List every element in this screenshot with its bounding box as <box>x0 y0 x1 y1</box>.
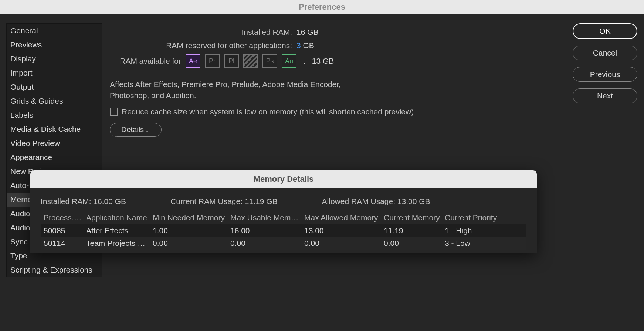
cell: 3 - Low <box>445 239 519 248</box>
window-titlebar: Preferences <box>0 0 644 14</box>
memory-details-dialog: Memory Details Installed RAM: 16.00 GB C… <box>30 170 537 253</box>
premiere-pro-icon: Pr <box>205 54 220 68</box>
next-button[interactable]: Next <box>573 88 637 103</box>
reserved-ram-label: RAM reserved for other applications: <box>110 41 296 50</box>
col-application-name[interactable]: Application Name <box>86 213 153 222</box>
previous-button[interactable]: Previous <box>573 67 637 82</box>
col-max-usable[interactable]: Max Usable Memory <box>230 213 304 222</box>
table-row[interactable]: 50085After Effects1.0016.0013.0011.191 -… <box>41 224 526 237</box>
col-process-id[interactable]: Process...↑ <box>44 213 86 222</box>
cell: 50114 <box>44 239 86 248</box>
stat-allowed-usage: Allowed RAM Usage: 13.00 GB <box>322 197 430 206</box>
sidebar-item-scripting-expressions[interactable]: Scripting & Expressions <box>7 263 102 277</box>
audition-icon: Au <box>282 54 296 68</box>
col-min-needed[interactable]: Min Needed Memory <box>153 213 230 222</box>
available-colon: : <box>303 57 305 66</box>
sidebar-item-import[interactable]: Import <box>7 66 102 80</box>
memory-details-title: Memory Details <box>30 170 537 188</box>
reserved-ram-unit: GB <box>303 41 314 50</box>
cell: 1 - High <box>445 226 519 235</box>
cell: 0.00 <box>230 239 304 248</box>
sidebar-item-labels[interactable]: Labels <box>7 108 102 122</box>
ok-button[interactable]: OK <box>573 23 637 39</box>
dialog-buttons: OK Cancel Previous Next <box>573 23 637 277</box>
reserved-ram-input[interactable]: 3 <box>296 41 301 50</box>
installed-ram-value: 16 GB <box>296 28 319 37</box>
col-max-allowed[interactable]: Max Allowed Memory <box>304 213 384 222</box>
window-title: Preferences <box>299 2 345 12</box>
app-icon-row: Ae Pr Pl Ps Au : 13 GB <box>186 54 334 68</box>
reduce-cache-checkbox[interactable] <box>110 108 118 116</box>
reduce-cache-label: Reduce cache size when system is low on … <box>122 107 414 116</box>
cell: Team Projects Lo... <box>86 239 153 248</box>
media-encoder-icon <box>243 54 258 68</box>
affects-description: Affects After Effects, Premiere Pro, Pre… <box>110 79 562 101</box>
sidebar-item-display[interactable]: Display <box>7 52 102 66</box>
cell: 13.00 <box>304 226 384 235</box>
cell: 11.19 <box>384 226 445 235</box>
cancel-button[interactable]: Cancel <box>573 46 637 60</box>
installed-ram-label: Installed RAM: <box>110 28 296 37</box>
sidebar-item-previews[interactable]: Previews <box>7 38 102 52</box>
cell: 50085 <box>44 226 86 235</box>
cell: 0.00 <box>304 239 384 248</box>
photoshop-icon: Ps <box>262 54 277 68</box>
cell: 1.00 <box>153 226 230 235</box>
sidebar-item-general[interactable]: General <box>7 24 102 38</box>
table-row[interactable]: 50114Team Projects Lo...0.000.000.000.00… <box>41 237 526 250</box>
sidebar-item-video-preview[interactable]: Video Preview <box>7 136 102 150</box>
sidebar-item-appearance[interactable]: Appearance <box>7 150 102 164</box>
prelude-icon: Pl <box>224 54 239 68</box>
cell: After Effects <box>86 226 153 235</box>
sidebar-item-media-disk-cache[interactable]: Media & Disk Cache <box>7 122 102 136</box>
cell: 16.00 <box>230 226 304 235</box>
after-effects-icon: Ae <box>186 54 200 68</box>
cell: 0.00 <box>153 239 230 248</box>
cell: 0.00 <box>384 239 445 248</box>
stat-current-usage: Current RAM Usage: 11.19 GB <box>170 197 277 206</box>
available-ram-label: RAM available for <box>110 57 186 66</box>
sidebar-item-output[interactable]: Output <box>7 80 102 94</box>
sidebar-item-grids-guides[interactable]: Grids & Guides <box>7 94 102 108</box>
stat-installed-ram: Installed RAM: 16.00 GB <box>41 197 126 206</box>
available-ram-value: 13 GB <box>312 57 334 66</box>
col-current-memory[interactable]: Current Memory <box>384 213 445 222</box>
col-current-priority[interactable]: Current Priority <box>445 213 519 222</box>
details-button[interactable]: Details... <box>110 123 162 137</box>
memory-details-table: Process...↑ Application Name Min Needed … <box>41 211 526 250</box>
